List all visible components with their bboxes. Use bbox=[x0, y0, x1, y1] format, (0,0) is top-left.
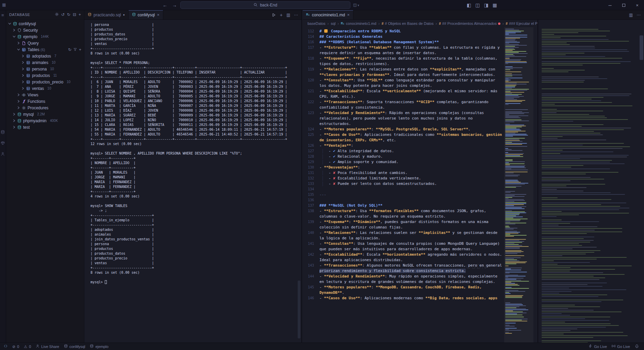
md-line-123[interactable]: 123- **Velocidad y Rendimiento**: Rápido… bbox=[303, 110, 538, 127]
tree-item-mysql[interactable]: mysql2.2M bbox=[6, 111, 84, 117]
tree-item-productos-precio[interactable]: productos_precio10 bbox=[6, 79, 84, 85]
breadcrumb-item[interactable]: #### Ejecutar el P bbox=[506, 21, 538, 26]
collapse-all-icon[interactable]: ⊟ bbox=[73, 13, 76, 17]
tab-practicando-sql[interactable]: practicando.sql● bbox=[84, 10, 129, 19]
md-line-130[interactable]: 130- **Desventajas**: bbox=[303, 165, 538, 170]
md-line-145[interactable]: 145- **Motores populares**: **MongoDB, C… bbox=[303, 285, 538, 296]
md-line-121[interactable]: 121- **Escalabilidad**: Escala **vertica… bbox=[303, 89, 538, 99]
tree-item-productos[interactable]: productos11 bbox=[6, 72, 84, 79]
md-line-138[interactable]: 138- **Estructura**: Usa **formatos flex… bbox=[303, 208, 538, 219]
md-line-129[interactable]: 129- ✔ Amplio soporte y comunidad. bbox=[303, 159, 538, 165]
md-line-133[interactable]: 133- ✘ Puede ser lento con datos semiest… bbox=[303, 181, 538, 187]
status-problems-warnings[interactable]: ⚠0 bbox=[21, 343, 33, 350]
tree-item-ejemplo[interactable]: ejemplo144K bbox=[6, 33, 84, 40]
scales-activity-icon[interactable] bbox=[1, 141, 5, 146]
split-editor-icon[interactable]: ▥ bbox=[286, 13, 290, 17]
menu-icon[interactable]: ≡ bbox=[1, 13, 4, 17]
tree-item-query[interactable]: Query bbox=[6, 40, 84, 46]
breadcrumb-item[interactable]: ## Objetos en Bases de Datos bbox=[382, 21, 434, 26]
md-line-126[interactable]: 126- **Ventajas**: bbox=[303, 143, 538, 148]
md-line-146[interactable]: 146- **Casos de Uso**: Aplicaciones mode… bbox=[303, 296, 538, 301]
tree-item-conmysql[interactable]: conMysql bbox=[6, 20, 84, 27]
tree-item-tables[interactable]: Tables (6)↻+ bbox=[6, 46, 84, 53]
app-logo-icon[interactable]: ▦ bbox=[2, 2, 6, 7]
refresh-icon[interactable]: ↻ bbox=[68, 48, 71, 52]
account-activity-icon[interactable] bbox=[1, 152, 5, 157]
search-command-center[interactable]: back-End bbox=[180, 1, 350, 9]
md-line-118[interactable]: 118- **Esquema**: **Fijo**, necesitas de… bbox=[303, 56, 538, 67]
right-overflow-pane[interactable] bbox=[538, 20, 639, 343]
md-line-125[interactable]: 125- **Casos de Uso**: Aplicaciones trad… bbox=[303, 132, 538, 143]
nav-forward-icon[interactable]: → bbox=[172, 3, 177, 7]
md-line-131[interactable]: 131- ✘ Poca flexibilidad ante cambios. bbox=[303, 170, 538, 176]
tree-item-adoptados[interactable]: adoptados7 bbox=[6, 53, 84, 59]
md-line-122[interactable]: 122- **Transacciones**: Soporta transacc… bbox=[303, 99, 538, 110]
terminal-scrollbar[interactable] bbox=[297, 20, 301, 343]
md-line-112[interactable]: 112# Comparación entre RDBMS y NoSQL bbox=[303, 29, 538, 34]
split-editor-icon[interactable]: ▥ bbox=[629, 13, 633, 17]
status-go-live-2[interactable]: Go Live bbox=[609, 343, 632, 350]
toggle-sidebar-icon[interactable]: ◧ bbox=[467, 3, 471, 7]
tree-item-functions[interactable]: ƒFunctions bbox=[6, 98, 84, 105]
toggle-panel-icon[interactable]: ◫ bbox=[475, 3, 480, 7]
md-line-120[interactable]: 120- **Consultas**: Usa **SQL** como len… bbox=[303, 78, 538, 89]
customize-layout-icon[interactable]: ▦ bbox=[493, 3, 497, 7]
tree-item-persona[interactable]: persona10 bbox=[6, 66, 84, 72]
status-remote-indicator[interactable] bbox=[1, 343, 10, 350]
tree-item-security[interactable]: Security bbox=[6, 27, 84, 33]
md-line-132[interactable]: 132- ✘ Escalabilidad limitada verticalme… bbox=[303, 176, 538, 181]
minimize-button[interactable]: ─ bbox=[603, 0, 617, 10]
database-activity-icon[interactable] bbox=[1, 130, 5, 135]
more-actions-icon[interactable]: ⋯ bbox=[294, 13, 298, 17]
close-button[interactable]: × bbox=[630, 0, 644, 10]
md-line-124[interactable]: 124- **Motores populares**: **MySQL, Pos… bbox=[303, 127, 538, 132]
tree-item-animales[interactable]: animales10 bbox=[6, 59, 84, 66]
maximize-button[interactable] bbox=[617, 0, 630, 10]
md-line-119[interactable]: 119- **Relaciones**: Las relaciones entr… bbox=[303, 67, 538, 78]
md-line-136[interactable]: 136 bbox=[303, 197, 538, 203]
refresh-icon[interactable]: ↻ bbox=[67, 13, 70, 17]
toggle-secondary-sidebar-icon[interactable]: ◨ bbox=[484, 3, 488, 7]
close-tab-icon[interactable]: × bbox=[347, 12, 350, 17]
close-tab-icon[interactable]: × bbox=[157, 12, 160, 17]
status-problems-errors[interactable]: ⊘0 bbox=[10, 343, 21, 350]
tab-conocimineto1-md[interactable]: M↓conocimineto1.md× bbox=[303, 10, 353, 19]
md-line-135[interactable]: 135--- bbox=[303, 192, 538, 197]
add-connection-icon[interactable]: + bbox=[79, 13, 81, 17]
new-console-icon[interactable]: + bbox=[280, 13, 282, 17]
md-line-116[interactable]: 116### **RDBMS (Relational Database Mana… bbox=[303, 39, 538, 45]
markdown-editor[interactable]: 112# Comparación entre RDBMS y NoSQL114#… bbox=[303, 27, 538, 343]
filter-icon[interactable] bbox=[73, 48, 77, 52]
md-line-142[interactable]: 142- **Escalabilidad**: Escala **horizon… bbox=[303, 252, 538, 263]
tab-conmysql[interactable]: conMysql× bbox=[129, 10, 163, 19]
minimap[interactable] bbox=[504, 27, 533, 338]
md-line-139[interactable]: 139- **Esquema**: **Dinámico**, puedes g… bbox=[303, 219, 538, 230]
mysql-terminal-output[interactable]: | persona | | productos | | productos_da… bbox=[84, 20, 297, 343]
md-line-140[interactable]: 140- **Relaciones**: Las relaciones suel… bbox=[303, 230, 538, 241]
tree-item-ventas[interactable]: ventas10 bbox=[6, 85, 84, 92]
titlebar-extra-icon[interactable]: ◫∨ bbox=[353, 3, 359, 7]
add-icon[interactable]: + bbox=[79, 48, 81, 52]
run-query-icon[interactable] bbox=[272, 13, 276, 17]
editor-scrollbar[interactable] bbox=[639, 20, 644, 343]
md-line-117[interactable]: 117- **Estructura**: Usa **tablas** con … bbox=[303, 45, 538, 56]
md-line-144[interactable]: 144- **Velocidad y Rendimiento**: Muy rá… bbox=[303, 274, 538, 285]
md-line-134[interactable]: 134 bbox=[303, 187, 538, 192]
history-icon[interactable]: ↺ bbox=[61, 13, 65, 17]
more-actions-icon[interactable]: ⋯ bbox=[637, 13, 641, 17]
breadcrumb-item[interactable]: M↓conocimineto1.md bbox=[341, 21, 376, 26]
md-line-114[interactable]: 114## Características Generales bbox=[303, 34, 538, 39]
md-line-143[interactable]: 143- **Transacciones**: Algunos motores … bbox=[303, 263, 538, 274]
md-line-127[interactable]: 127- ✔ Alta integridad de datos. bbox=[303, 148, 538, 154]
md-line-137[interactable]: 137### **NoSQL (Not Only SQL)** bbox=[303, 203, 538, 208]
breadcrumb-item[interactable]: ### Procedimientos Almacenados bbox=[439, 21, 500, 26]
status-notifications[interactable] bbox=[632, 343, 641, 350]
md-line-141[interactable]: 141- **Consultas**: Usa lenguajes de con… bbox=[303, 241, 538, 252]
tree-item-procedures[interactable]: Procedures bbox=[6, 105, 84, 111]
md-line-128[interactable]: 128- ✔ Relacional y maduro. bbox=[303, 154, 538, 159]
nav-back-icon[interactable]: ← bbox=[163, 3, 167, 7]
status-db-connection[interactable]: conMysql bbox=[62, 343, 87, 350]
tree-item-phpmyadmin[interactable]: phpmyadmin400K bbox=[6, 117, 84, 124]
tree-item-views[interactable]: Views bbox=[6, 92, 84, 98]
breadcrumb-item[interactable]: sql bbox=[331, 21, 335, 26]
